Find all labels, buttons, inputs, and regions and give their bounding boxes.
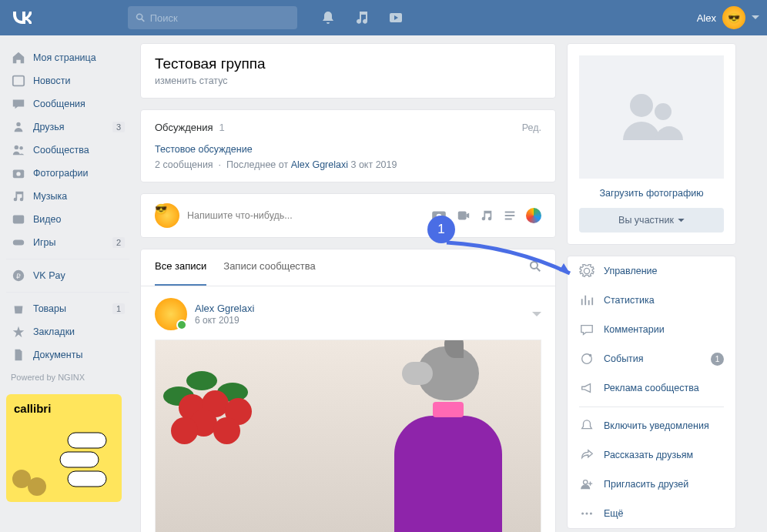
sidebar-item-market[interactable]: Товары1 bbox=[6, 297, 129, 320]
poster-icon[interactable] bbox=[526, 208, 541, 223]
compose-input[interactable]: Напишите что-нибудь... bbox=[187, 210, 430, 221]
upload-photo-link[interactable]: Загрузить фотографию bbox=[579, 188, 724, 199]
gear-icon bbox=[579, 264, 595, 278]
photo-icon bbox=[11, 166, 26, 180]
manage-item-events[interactable]: События1 bbox=[568, 344, 735, 373]
sidebar-item-bookmarks[interactable]: Закладки bbox=[6, 320, 129, 343]
vk-logo-icon[interactable] bbox=[8, 4, 35, 32]
svg-point-19 bbox=[630, 94, 653, 117]
svg-point-2 bbox=[16, 122, 20, 126]
annotation-badge: 1 bbox=[427, 216, 455, 243]
svg-point-23 bbox=[584, 480, 588, 484]
manage-item-admin[interactable]: Управление bbox=[568, 256, 735, 286]
svg-point-20 bbox=[655, 103, 672, 120]
comment-icon bbox=[579, 323, 595, 336]
stats-icon bbox=[579, 293, 595, 307]
user-menu[interactable]: Alex 😎 bbox=[697, 6, 759, 29]
doc-icon bbox=[11, 348, 26, 362]
video-attach-icon[interactable] bbox=[457, 209, 471, 223]
megaphone-icon bbox=[579, 381, 595, 395]
music-icon[interactable] bbox=[354, 10, 370, 25]
action-item-notifications[interactable]: Включить уведомления bbox=[568, 411, 735, 440]
action-item-share[interactable]: Рассказать друзьям bbox=[568, 440, 735, 470]
discussions-heading[interactable]: Обсуждения bbox=[155, 122, 213, 133]
manage-menu: Управление Статистика Комментарии Событи… bbox=[567, 256, 736, 529]
svg-rect-12 bbox=[60, 452, 99, 467]
sidebar-item-groups[interactable]: Сообщества bbox=[6, 139, 129, 162]
post-image[interactable] bbox=[155, 340, 541, 532]
tab-all-posts[interactable]: Все записи bbox=[155, 249, 206, 286]
search-input[interactable] bbox=[150, 12, 290, 24]
sidebar-item-news[interactable]: Новости bbox=[6, 69, 129, 92]
sidebar-item-music[interactable]: Музыка bbox=[6, 185, 129, 208]
promo-banner[interactable]: callibri bbox=[6, 394, 122, 502]
sidebar-item-docs[interactable]: Документы bbox=[6, 343, 129, 366]
group-title: Тестовая группа bbox=[155, 55, 541, 72]
avatar: 😎 bbox=[722, 6, 745, 29]
sidebar-item-messages[interactable]: Сообщения bbox=[6, 92, 129, 115]
group-photo-card: Загрузить фотографию Вы участник bbox=[567, 43, 736, 245]
star-icon bbox=[11, 325, 26, 339]
action-item-more[interactable]: Ещё bbox=[568, 499, 735, 528]
post-menu-icon[interactable] bbox=[532, 309, 541, 320]
wall-post: Alex Ggrelaxi 6 окт 2019 bbox=[141, 286, 555, 532]
manage-item-stats[interactable]: Статистика bbox=[568, 286, 735, 315]
sidebar-item-video[interactable]: Видео bbox=[6, 208, 129, 231]
music-attach-icon[interactable] bbox=[480, 209, 494, 223]
post-author-link[interactable]: Alex Ggrelaxi bbox=[195, 303, 254, 314]
market-icon bbox=[11, 302, 26, 316]
bell-icon bbox=[579, 419, 595, 433]
svg-point-4 bbox=[19, 146, 23, 150]
change-status-link[interactable]: изменить статус bbox=[155, 75, 541, 86]
music-icon bbox=[11, 189, 26, 203]
groups-icon bbox=[11, 143, 26, 157]
manage-item-ads[interactable]: Реклама сообщества bbox=[568, 373, 735, 403]
home-icon bbox=[11, 51, 26, 65]
discussion-last-user[interactable]: Alex Ggrelaxi bbox=[291, 159, 348, 170]
annotation-arrow bbox=[443, 239, 581, 285]
post-date: 6 окт 2019 bbox=[195, 315, 254, 326]
manage-item-comments[interactable]: Комментарии bbox=[568, 315, 735, 344]
svg-rect-1 bbox=[13, 76, 24, 86]
more-icon bbox=[579, 507, 595, 520]
user-name: Alex bbox=[697, 12, 716, 24]
news-icon bbox=[11, 74, 26, 88]
video-icon bbox=[11, 212, 26, 226]
invite-icon bbox=[579, 477, 595, 491]
compose-card[interactable]: 😎 Напишите что-нибудь... bbox=[140, 193, 556, 238]
discussion-topic-link[interactable]: Тестовое обсуждение bbox=[155, 144, 541, 155]
svg-point-24 bbox=[581, 512, 584, 514]
msg-icon bbox=[11, 97, 26, 111]
svg-point-26 bbox=[590, 512, 592, 514]
discussions-edit-link[interactable]: Ред. bbox=[522, 122, 541, 133]
compose-avatar: 😎 bbox=[155, 203, 179, 228]
svg-text:₽: ₽ bbox=[16, 273, 21, 280]
bell-icon[interactable] bbox=[320, 10, 336, 25]
svg-rect-8 bbox=[13, 239, 24, 245]
svg-rect-18 bbox=[458, 212, 467, 220]
pay-icon: ₽ bbox=[11, 269, 26, 283]
sidebar-item-my-page[interactable]: Моя страница bbox=[6, 46, 129, 69]
discussion-meta: 2 сообщения · Последнее от Alex Ggrelaxi… bbox=[155, 159, 541, 170]
share-icon bbox=[579, 448, 595, 462]
sidebar-item-photos[interactable]: Фотографии bbox=[6, 162, 129, 185]
tab-community-posts[interactable]: Записи сообщества bbox=[223, 249, 316, 286]
svg-point-22 bbox=[589, 354, 592, 357]
right-column: Загрузить фотографию Вы участник Управле… bbox=[567, 43, 736, 532]
sidebar-item-games[interactable]: Игры2 bbox=[6, 231, 129, 254]
post-avatar[interactable] bbox=[155, 298, 187, 330]
more-attach-icon[interactable] bbox=[503, 209, 517, 223]
wall-card: Все записи Записи сообщества Alex Ggrela… bbox=[140, 249, 556, 532]
action-item-invite[interactable]: Пригласить друзей bbox=[568, 470, 735, 499]
search-box[interactable] bbox=[128, 6, 297, 29]
svg-point-3 bbox=[15, 146, 18, 149]
games-icon bbox=[11, 236, 26, 249]
svg-point-15 bbox=[28, 477, 46, 496]
svg-rect-7 bbox=[13, 216, 24, 224]
video-icon[interactable] bbox=[388, 10, 404, 25]
sidebar-item-vkpay[interactable]: ₽VK Pay bbox=[6, 264, 129, 287]
top-header: Alex 😎 bbox=[0, 0, 767, 35]
sidebar-item-friends[interactable]: Друзья3 bbox=[6, 115, 129, 139]
friends-icon bbox=[11, 120, 26, 134]
member-button[interactable]: Вы участник bbox=[579, 208, 724, 233]
